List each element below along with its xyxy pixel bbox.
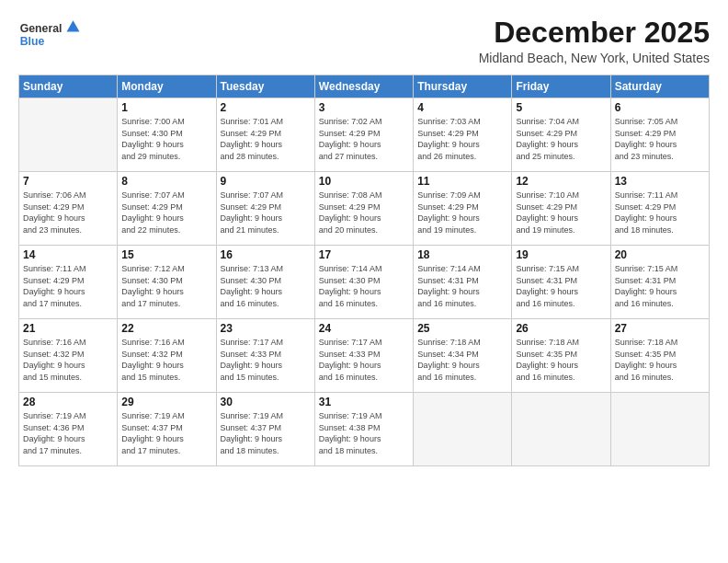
day-detail: Sunrise: 7:06 AM Sunset: 4:29 PM Dayligh… [23, 190, 113, 236]
day-number: 25 [417, 322, 507, 335]
day-number: 28 [23, 396, 113, 408]
day-detail: Sunrise: 7:15 AM Sunset: 4:31 PM Dayligh… [615, 263, 705, 309]
day-number: 24 [319, 322, 409, 335]
day-number: 6 [615, 101, 705, 114]
day-detail: Sunrise: 7:11 AM Sunset: 4:29 PM Dayligh… [615, 190, 705, 236]
calendar-cell: 30Sunrise: 7:19 AM Sunset: 4:37 PM Dayli… [216, 393, 314, 466]
day-number: 4 [417, 101, 507, 114]
day-detail: Sunrise: 7:19 AM Sunset: 4:38 PM Dayligh… [319, 410, 409, 456]
day-number: 17 [319, 248, 409, 261]
calendar-cell: 29Sunrise: 7:19 AM Sunset: 4:37 PM Dayli… [118, 393, 216, 466]
day-number: 19 [516, 248, 606, 261]
day-header-sunday: Sunday [19, 75, 118, 98]
calendar-cell: 5Sunrise: 7:04 AM Sunset: 4:29 PM Daylig… [512, 98, 610, 172]
subtitle: Midland Beach, New York, United States [479, 51, 710, 65]
calendar-cell: 20Sunrise: 7:15 AM Sunset: 4:31 PM Dayli… [610, 246, 709, 319]
calendar-cell: 18Sunrise: 7:14 AM Sunset: 4:31 PM Dayli… [414, 246, 512, 319]
calendar-cell: 16Sunrise: 7:13 AM Sunset: 4:30 PM Dayli… [216, 246, 314, 319]
day-number: 23 [221, 322, 311, 335]
day-detail: Sunrise: 7:03 AM Sunset: 4:29 PM Dayligh… [417, 116, 507, 162]
day-detail: Sunrise: 7:11 AM Sunset: 4:29 PM Dayligh… [23, 263, 113, 309]
calendar-cell: 10Sunrise: 7:08 AM Sunset: 4:29 PM Dayli… [314, 172, 413, 246]
calendar-cell: 19Sunrise: 7:15 AM Sunset: 4:31 PM Dayli… [512, 246, 610, 319]
day-number: 18 [417, 248, 507, 261]
day-number: 22 [121, 322, 211, 335]
day-detail: Sunrise: 7:07 AM Sunset: 4:29 PM Dayligh… [221, 190, 311, 236]
day-detail: Sunrise: 7:18 AM Sunset: 4:35 PM Dayligh… [615, 337, 705, 383]
day-header-wednesday: Wednesday [314, 75, 413, 98]
calendar-cell: 17Sunrise: 7:14 AM Sunset: 4:30 PM Dayli… [314, 246, 413, 319]
day-detail: Sunrise: 7:18 AM Sunset: 4:34 PM Dayligh… [417, 337, 507, 383]
day-detail: Sunrise: 7:17 AM Sunset: 4:33 PM Dayligh… [221, 337, 311, 383]
day-number: 10 [319, 175, 409, 188]
calendar-cell: 11Sunrise: 7:09 AM Sunset: 4:29 PM Dayli… [414, 172, 512, 246]
day-number: 21 [23, 322, 113, 335]
day-detail: Sunrise: 7:13 AM Sunset: 4:30 PM Dayligh… [221, 263, 311, 309]
calendar-cell: 7Sunrise: 7:06 AM Sunset: 4:29 PM Daylig… [19, 172, 118, 246]
calendar-cell: 1Sunrise: 7:00 AM Sunset: 4:30 PM Daylig… [118, 98, 216, 172]
day-detail: Sunrise: 7:19 AM Sunset: 4:37 PM Dayligh… [221, 410, 311, 456]
day-number: 12 [516, 175, 606, 188]
calendar-table: SundayMondayTuesdayWednesdayThursdayFrid… [18, 75, 710, 466]
calendar-cell: 15Sunrise: 7:12 AM Sunset: 4:30 PM Dayli… [118, 246, 216, 319]
day-detail: Sunrise: 7:16 AM Sunset: 4:32 PM Dayligh… [121, 337, 211, 383]
day-number: 15 [121, 248, 211, 261]
calendar-cell: 31Sunrise: 7:19 AM Sunset: 4:38 PM Dayli… [314, 393, 413, 466]
day-detail: Sunrise: 7:09 AM Sunset: 4:29 PM Dayligh… [417, 190, 507, 236]
calendar-cell: 4Sunrise: 7:03 AM Sunset: 4:29 PM Daylig… [414, 98, 512, 172]
calendar-cell [414, 393, 512, 466]
day-detail: Sunrise: 7:19 AM Sunset: 4:36 PM Dayligh… [23, 410, 113, 456]
day-detail: Sunrise: 7:18 AM Sunset: 4:35 PM Dayligh… [516, 337, 606, 383]
calendar-week-1: 1Sunrise: 7:00 AM Sunset: 4:30 PM Daylig… [19, 98, 710, 172]
calendar-cell: 22Sunrise: 7:16 AM Sunset: 4:32 PM Dayli… [118, 319, 216, 393]
calendar-cell: 26Sunrise: 7:18 AM Sunset: 4:35 PM Dayli… [512, 319, 610, 393]
calendar-week-5: 28Sunrise: 7:19 AM Sunset: 4:36 PM Dayli… [19, 393, 710, 466]
calendar-cell: 6Sunrise: 7:05 AM Sunset: 4:29 PM Daylig… [610, 98, 709, 172]
calendar-cell: 24Sunrise: 7:17 AM Sunset: 4:33 PM Dayli… [314, 319, 413, 393]
calendar-cell: 14Sunrise: 7:11 AM Sunset: 4:29 PM Dayli… [19, 246, 118, 319]
header: General Blue December 2025 Midland Beach… [18, 17, 710, 65]
day-detail: Sunrise: 7:01 AM Sunset: 4:29 PM Dayligh… [221, 116, 311, 162]
page: General Blue December 2025 Midland Beach… [0, 0, 728, 563]
day-number: 29 [121, 396, 211, 408]
calendar-header-row: SundayMondayTuesdayWednesdayThursdayFrid… [19, 75, 710, 98]
calendar-cell: 13Sunrise: 7:11 AM Sunset: 4:29 PM Dayli… [610, 172, 709, 246]
day-number: 30 [221, 396, 311, 408]
calendar-week-3: 14Sunrise: 7:11 AM Sunset: 4:29 PM Dayli… [19, 246, 710, 319]
svg-text:Blue: Blue [20, 35, 45, 48]
day-detail: Sunrise: 7:14 AM Sunset: 4:30 PM Dayligh… [319, 263, 409, 309]
day-number: 11 [417, 175, 507, 188]
logo-svg: General Blue [18, 17, 83, 53]
day-number: 27 [615, 322, 705, 335]
day-detail: Sunrise: 7:00 AM Sunset: 4:30 PM Dayligh… [121, 116, 211, 162]
calendar-cell [19, 98, 118, 172]
calendar-week-2: 7Sunrise: 7:06 AM Sunset: 4:29 PM Daylig… [19, 172, 710, 246]
day-detail: Sunrise: 7:15 AM Sunset: 4:31 PM Dayligh… [516, 263, 606, 309]
calendar-cell: 21Sunrise: 7:16 AM Sunset: 4:32 PM Dayli… [19, 319, 118, 393]
calendar-cell: 9Sunrise: 7:07 AM Sunset: 4:29 PM Daylig… [216, 172, 314, 246]
day-number: 9 [221, 175, 311, 188]
calendar-week-4: 21Sunrise: 7:16 AM Sunset: 4:32 PM Dayli… [19, 319, 710, 393]
day-detail: Sunrise: 7:02 AM Sunset: 4:29 PM Dayligh… [319, 116, 409, 162]
calendar-cell: 28Sunrise: 7:19 AM Sunset: 4:36 PM Dayli… [19, 393, 118, 466]
day-number: 31 [319, 396, 409, 408]
day-detail: Sunrise: 7:16 AM Sunset: 4:32 PM Dayligh… [23, 337, 113, 383]
svg-text:General: General [20, 22, 63, 35]
day-detail: Sunrise: 7:17 AM Sunset: 4:33 PM Dayligh… [319, 337, 409, 383]
svg-marker-1 [67, 20, 80, 31]
day-header-saturday: Saturday [610, 75, 709, 98]
day-number: 16 [221, 248, 311, 261]
day-header-thursday: Thursday [414, 75, 512, 98]
calendar-cell [512, 393, 610, 466]
day-number: 14 [23, 248, 113, 261]
day-number: 26 [516, 322, 606, 335]
day-detail: Sunrise: 7:05 AM Sunset: 4:29 PM Dayligh… [615, 116, 705, 162]
day-number: 1 [121, 101, 211, 114]
title-block: December 2025 Midland Beach, New York, U… [479, 17, 710, 65]
calendar-cell: 3Sunrise: 7:02 AM Sunset: 4:29 PM Daylig… [314, 98, 413, 172]
calendar-cell: 25Sunrise: 7:18 AM Sunset: 4:34 PM Dayli… [414, 319, 512, 393]
day-detail: Sunrise: 7:19 AM Sunset: 4:37 PM Dayligh… [121, 410, 211, 456]
main-title: December 2025 [479, 17, 710, 49]
calendar-cell: 2Sunrise: 7:01 AM Sunset: 4:29 PM Daylig… [216, 98, 314, 172]
day-detail: Sunrise: 7:04 AM Sunset: 4:29 PM Dayligh… [516, 116, 606, 162]
